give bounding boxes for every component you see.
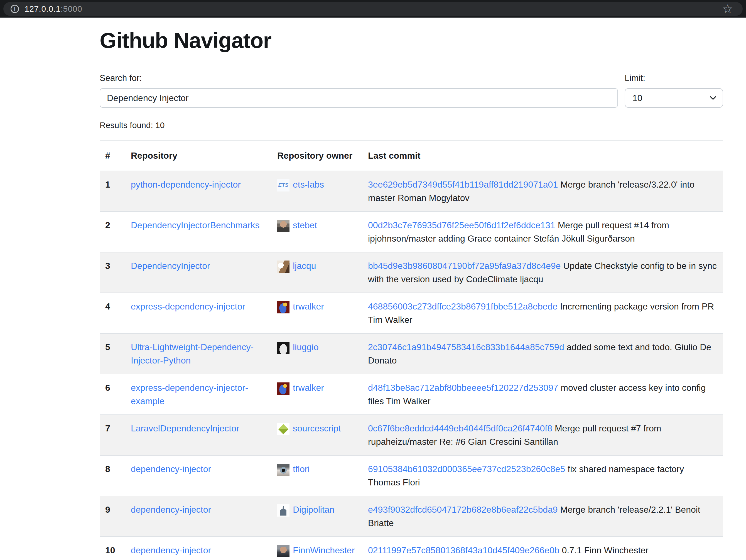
url-text: 127.0.0.1:5000: [25, 4, 82, 13]
repository-cell: express-dependency-injector-example: [125, 374, 272, 415]
repository-cell: DependencyInjector: [125, 252, 272, 293]
owner-link[interactable]: trwalker: [293, 383, 324, 393]
repository-cell: LaravelDependencyInjector: [125, 415, 272, 455]
commit-hash-link[interactable]: 02111997e57c85801368f43a10d45f409e266e0b: [368, 545, 560, 555]
header-repository: Repository: [125, 140, 272, 171]
row-number: 8: [99, 455, 125, 496]
row-number: 4: [99, 293, 125, 333]
table-row: 4 express-dependency-injector trwalker 4…: [99, 293, 723, 333]
owner-cell: tflori: [272, 455, 363, 496]
results-table: # Repository Repository owner Last commi…: [99, 140, 723, 560]
repository-link[interactable]: express-dependency-injector: [131, 301, 245, 312]
table-row: 3 DependencyInjector ljacqu bb45d9e3b986…: [99, 252, 723, 293]
owner-cell: FinnWinchester: [272, 537, 363, 560]
browser-topbar: i 127.0.0.1:5000 ☆: [0, 0, 746, 18]
commit-hash-link[interactable]: 468856003c273dffce23b86791fbbe512a8ebede: [368, 301, 557, 312]
table-header-row: # Repository Repository owner Last commi…: [99, 140, 723, 171]
commit-hash-link[interactable]: d48f13be8ac712abf80bbeeee5f120227d253097: [368, 383, 558, 393]
commit-cell: bb45d9e3b98608047190bf72a95fa9a37d8c4e9e…: [363, 252, 723, 293]
repository-cell: Ultra-Lightweight-Dependency-Injector-Py…: [125, 333, 272, 374]
commit-hash-link[interactable]: bb45d9e3b98608047190bf72a95fa9a37d8c4e9e: [368, 261, 561, 271]
owner-avatar: [277, 301, 289, 314]
owner-cell: stebet: [272, 211, 363, 252]
table-row: 9 dependency-injector Digipolitan e493f9…: [99, 496, 723, 537]
row-number: 7: [99, 415, 125, 455]
table-row: 6 express-dependency-injector-example tr…: [99, 374, 723, 415]
table-row: 8 dependency-injector tflori 69105384b61…: [99, 455, 723, 496]
owner-link[interactable]: tflori: [293, 464, 310, 474]
owner-avatar: [277, 261, 289, 273]
row-number: 6: [99, 374, 125, 415]
commit-hash-link[interactable]: e493f9032dfcd65047172b682e8b6eaf22c5bda9: [368, 505, 558, 514]
owner-link[interactable]: Digipolitan: [293, 505, 334, 514]
owner-link[interactable]: stebet: [293, 220, 317, 230]
row-number: 3: [99, 252, 125, 293]
commit-cell: 2c30746c1a91b4947583416c833b1644a85c759d…: [363, 333, 723, 374]
row-number: 5: [99, 333, 125, 374]
repository-link[interactable]: dependency-injector: [131, 545, 211, 555]
owner-cell: ETSets-labs: [272, 171, 363, 211]
owner-cell: trwalker: [272, 374, 363, 415]
repository-link[interactable]: dependency-injector: [131, 505, 211, 514]
commit-cell: e493f9032dfcd65047172b682e8b6eaf22c5bda9…: [363, 496, 723, 537]
table-row: 2 DependencyInjectorBenchmarks stebet 00…: [99, 211, 723, 252]
commit-cell: d48f13be8ac712abf80bbeeee5f120227d253097…: [363, 374, 723, 415]
repository-cell: DependencyInjectorBenchmarks: [125, 211, 272, 252]
row-number: 1: [99, 171, 125, 211]
owner-link[interactable]: ets-labs: [293, 179, 324, 189]
owner-link[interactable]: trwalker: [293, 301, 324, 312]
owner-avatar: [277, 220, 289, 232]
row-number: 2: [99, 211, 125, 252]
header-last-commit: Last commit: [363, 140, 723, 171]
repository-link[interactable]: LaravelDependencyInjector: [131, 423, 239, 433]
owner-avatar: ETS: [277, 179, 289, 191]
owner-cell: ljacqu: [272, 252, 363, 293]
commit-hash-link[interactable]: 69105384b61032d000365ee737cd2523b260c8e5: [368, 464, 565, 474]
table-row: 5 Ultra-Lightweight-Dependency-Injector-…: [99, 333, 723, 374]
owner-cell: trwalker: [272, 293, 363, 333]
repository-link[interactable]: Ultra-Lightweight-Dependency-Injector-Py…: [131, 342, 254, 365]
search-form: Search for: Limit: 10: [99, 73, 723, 108]
repository-link[interactable]: python-dependency-injector: [131, 179, 241, 189]
commit-hash-link[interactable]: 00d2b3c7e76935d76f25ee50f6d1f2ef6ddce131: [368, 220, 555, 230]
table-row: 1 python-dependency-injector ETSets-labs…: [99, 171, 723, 211]
owner-avatar: [277, 504, 289, 517]
page-title: Github Navigator: [99, 28, 723, 53]
repository-cell: dependency-injector: [125, 537, 272, 560]
owner-cell: Digipolitan: [272, 496, 363, 537]
owner-link[interactable]: ljacqu: [293, 261, 316, 271]
limit-label: Limit:: [625, 73, 723, 83]
table-row: 10 dependency-injector FinnWinchester 02…: [99, 537, 723, 560]
owner-link[interactable]: sourcescript: [293, 423, 341, 433]
owner-cell: liuggio: [272, 333, 363, 374]
repository-link[interactable]: dependency-injector: [131, 464, 211, 474]
commit-hash-link[interactable]: 0c67f6be8eddcd4449eb4044f5df0ca26f4740f8: [368, 423, 552, 433]
url-port: :5000: [61, 4, 82, 13]
table-row: 7 LaravelDependencyInjector sourcescript…: [99, 415, 723, 455]
header-number: #: [99, 140, 125, 171]
repository-link[interactable]: DependencyInjectorBenchmarks: [131, 220, 259, 230]
url-host: 127.0.0.1: [25, 4, 61, 13]
info-icon[interactable]: i: [10, 5, 19, 13]
page-content: Github Navigator Search for: Limit: 10 R…: [0, 28, 746, 560]
commit-cell: 69105384b61032d000365ee737cd2523b260c8e5…: [363, 455, 723, 496]
owner-link[interactable]: FinnWinchester: [293, 545, 355, 555]
owner-avatar: [277, 382, 289, 395]
row-number: 9: [99, 496, 125, 537]
owner-cell: sourcescript: [272, 415, 363, 455]
repository-link[interactable]: express-dependency-injector-example: [131, 383, 248, 406]
commit-hash-link[interactable]: 2c30746c1a91b4947583416c833b1644a85c759d: [368, 342, 564, 352]
owner-avatar: [277, 464, 289, 476]
repository-link[interactable]: DependencyInjector: [131, 261, 210, 271]
search-label: Search for:: [99, 73, 618, 83]
results-table-body: 1 python-dependency-injector ETSets-labs…: [99, 171, 723, 560]
limit-select[interactable]: 10: [625, 88, 723, 108]
commit-hash-link[interactable]: 3ee629eb5d7349d55f41b119aff81dd219071a01: [368, 179, 558, 189]
commit-cell: 468856003c273dffce23b86791fbbe512a8ebede…: [363, 293, 723, 333]
commit-cell: 0c67f6be8eddcd4449eb4044f5df0ca26f4740f8…: [363, 415, 723, 455]
search-input[interactable]: [99, 88, 618, 108]
address-bar[interactable]: i 127.0.0.1:5000 ☆: [3, 2, 743, 16]
star-icon[interactable]: ☆: [722, 3, 736, 15]
commit-cell: 02111997e57c85801368f43a10d45f409e266e0b…: [363, 537, 723, 560]
owner-link[interactable]: liuggio: [293, 342, 319, 352]
